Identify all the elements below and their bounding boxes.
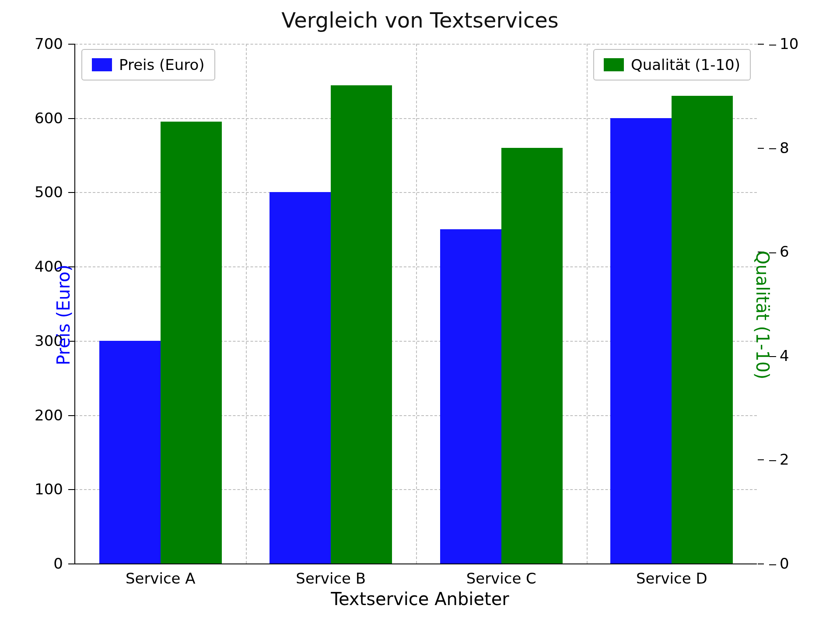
xtick-label: Service A bbox=[126, 570, 196, 587]
ytick-left-label: 600 bbox=[10, 109, 63, 127]
bar-qualitaet bbox=[331, 85, 392, 564]
ytick-mark-left bbox=[68, 415, 74, 416]
bar-preis bbox=[99, 341, 161, 564]
chart-container: Vergleich von Textservices Preis (Euro) … bbox=[0, 0, 840, 630]
ytick-right-label: 10 bbox=[769, 35, 822, 52]
xtick-label: Service D bbox=[636, 570, 707, 587]
gridline-v bbox=[416, 44, 417, 564]
ytick-mark-left bbox=[68, 118, 74, 119]
ytick-mark-right bbox=[758, 148, 764, 149]
legend-label-preis: Preis (Euro) bbox=[119, 56, 205, 74]
xtick-label: Service B bbox=[296, 570, 366, 587]
gridline-v bbox=[246, 44, 247, 564]
bar-preis bbox=[270, 192, 331, 564]
ytick-right-label: 4 bbox=[769, 347, 822, 364]
bar-preis bbox=[440, 229, 501, 564]
ytick-mark-left bbox=[68, 489, 74, 490]
chart-title: Vergleich von Textservices bbox=[0, 8, 840, 32]
x-axis-label: Textservice Anbieter bbox=[0, 589, 840, 609]
y-axis-right-label: Qualität (1-10) bbox=[752, 251, 773, 379]
y-axis-left-label: Preis (Euro) bbox=[53, 265, 74, 365]
legend-swatch-qualitaet bbox=[604, 58, 624, 71]
plot-inner bbox=[75, 44, 757, 564]
ytick-left-label: 0 bbox=[10, 555, 63, 572]
legend-swatch-preis bbox=[92, 58, 112, 71]
legend-right: Qualität (1-10) bbox=[593, 49, 751, 80]
xtick-label: Service C bbox=[466, 570, 536, 587]
ytick-right-label: 8 bbox=[769, 139, 822, 157]
ytick-left-label: 500 bbox=[10, 183, 63, 201]
ytick-left-label: 100 bbox=[10, 480, 63, 498]
ytick-left-label: 200 bbox=[10, 406, 63, 424]
ytick-mark-right bbox=[758, 459, 764, 460]
ytick-mark-right bbox=[758, 564, 764, 564]
ytick-right-label: 6 bbox=[769, 243, 822, 260]
legend-label-qualitaet: Qualität (1-10) bbox=[631, 56, 740, 74]
plot-area: Preis (Euro) Qualität (1-10) 01002003004… bbox=[74, 44, 757, 564]
bar-qualitaet bbox=[501, 148, 563, 564]
ytick-mark-left bbox=[68, 192, 74, 193]
ytick-mark-right bbox=[758, 44, 764, 45]
legend-left: Preis (Euro) bbox=[81, 49, 215, 80]
ytick-right-label: 0 bbox=[769, 555, 822, 572]
ytick-right-label: 2 bbox=[769, 451, 822, 468]
bar-qualitaet bbox=[672, 96, 733, 564]
ytick-left-label: 700 bbox=[10, 35, 63, 52]
ytick-mark-left bbox=[68, 44, 74, 45]
bar-preis bbox=[610, 118, 672, 564]
bar-qualitaet bbox=[161, 122, 222, 564]
ytick-mark-left bbox=[68, 564, 74, 564]
gridline-v bbox=[587, 44, 588, 564]
